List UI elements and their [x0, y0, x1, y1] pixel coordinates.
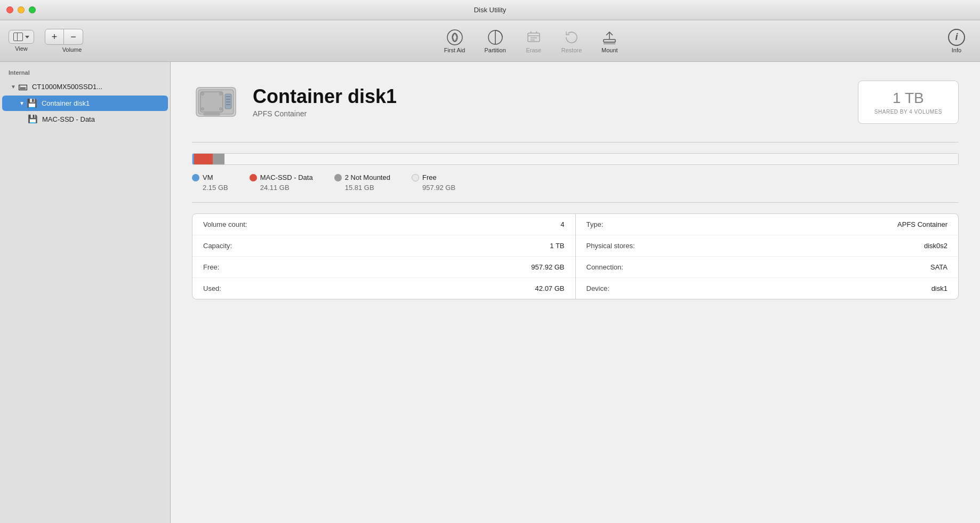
- sidebar-item-parent-disk[interactable]: ▼ 🖴 CT1000MX500SSD1...: [2, 78, 168, 95]
- title-bar: Disk Utility: [0, 0, 980, 20]
- svg-point-15: [202, 93, 204, 96]
- erase-label: Erase: [526, 47, 541, 53]
- sidebar-section-internal: Internal: [0, 67, 170, 78]
- info-row-capacity: Capacity: 1 TB: [192, 235, 575, 257]
- toolbar-actions: First Aid Partition Erase: [121, 27, 942, 56]
- svg-rect-8: [604, 39, 615, 42]
- info-key-physical-stores: Physical stores:: [587, 242, 635, 250]
- info-key-free: Free:: [203, 263, 219, 271]
- info-key-device: Device:: [587, 284, 609, 292]
- info-label: Info: [952, 47, 961, 53]
- legend-item-not-mounted: 2 Not Mounted 15.81 GB: [334, 173, 390, 192]
- view-label: View: [15, 45, 28, 52]
- legend-dot-not-mounted: [334, 174, 342, 181]
- close-button[interactable]: [6, 6, 13, 13]
- usage-segment-free: [224, 154, 958, 164]
- info-row-connection: Connection: SATA: [576, 257, 959, 278]
- svg-rect-19: [225, 94, 231, 109]
- info-key-capacity: Capacity:: [203, 242, 232, 250]
- main-area: Internal ▼ 🖴 CT1000MX500SSD1... ▼ 💾 Cont…: [0, 62, 980, 523]
- legend-name-free: Free: [422, 173, 437, 181]
- info-row-device: Device: disk1: [576, 278, 959, 299]
- legend-name-mac-data: MAC-SSD - Data: [260, 173, 313, 181]
- first-aid-label: First Aid: [444, 47, 465, 53]
- disk-name: Container disk1: [253, 86, 858, 107]
- arrow-icon: ▼: [11, 84, 16, 90]
- disk-info: Container disk1 APFS Container: [253, 86, 858, 118]
- info-col-left: Volume count: 4 Capacity: 1 TB Free: 957…: [192, 214, 575, 299]
- legend-name-vm: VM: [203, 173, 213, 181]
- arrow-icon-container: ▼: [19, 100, 25, 106]
- volume-controls: + −: [45, 29, 83, 45]
- legend-item-mac-data: MAC-SSD - Data 24.11 GB: [250, 173, 313, 192]
- divider-1: [192, 142, 959, 142]
- sidebar-item-label: CT1000MX500SSD1...: [32, 83, 102, 91]
- svg-point-18: [220, 108, 222, 110]
- usage-legend: VM 2.15 GB MAC-SSD - Data 24.11 GB: [192, 173, 959, 192]
- maximize-button[interactable]: [29, 6, 36, 13]
- sidebar-item-label-container: Container disk1: [42, 99, 90, 107]
- info-button[interactable]: i Info: [942, 27, 971, 56]
- legend-name-not-mounted: 2 Not Mounted: [345, 173, 390, 181]
- add-volume-button[interactable]: +: [45, 29, 64, 45]
- remove-volume-button[interactable]: −: [64, 29, 83, 45]
- info-icon: i: [948, 29, 965, 46]
- minimize-button[interactable]: [18, 6, 25, 13]
- disk-icon-large: [192, 78, 240, 126]
- partition-label: Partition: [484, 47, 505, 53]
- partition-button[interactable]: Partition: [475, 27, 515, 56]
- view-icon: [13, 33, 23, 41]
- info-row-free: Free: 957.92 GB: [192, 257, 575, 278]
- mount-button[interactable]: Mount: [591, 27, 628, 56]
- window-title: Disk Utility: [474, 6, 507, 14]
- legend-item-free: Free 957.92 GB: [412, 173, 455, 192]
- divider-2: [192, 202, 959, 203]
- info-key-connection: Connection:: [587, 263, 623, 271]
- info-val-used: 42.07 GB: [535, 284, 565, 292]
- usage-bar-container: VM 2.15 GB MAC-SSD - Data 24.11 GB: [192, 153, 959, 192]
- mount-label: Mount: [601, 47, 618, 53]
- usage-segment-mac-data: [194, 154, 213, 164]
- volume-icon: 💾: [28, 114, 38, 124]
- disk-subtitle: APFS Container: [253, 109, 858, 118]
- disk-header: Container disk1 APFS Container 1 TB SHAR…: [192, 78, 959, 126]
- info-val-capacity: 1 TB: [550, 242, 564, 250]
- svg-point-16: [220, 93, 222, 96]
- info-key-volume-count: Volume count:: [203, 220, 247, 228]
- info-val-free: 957.92 GB: [531, 263, 564, 271]
- restore-button[interactable]: Restore: [552, 27, 592, 56]
- disk-size-sublabel: SHARED BY 4 VOLUMES: [874, 109, 942, 115]
- container-icon: 💾: [27, 98, 37, 108]
- sidebar-item-label-mac-ssd: MAC-SSD - Data: [42, 115, 95, 123]
- legend-size-not-mounted: 15.81 GB: [334, 184, 390, 192]
- info-row-used: Used: 42.07 GB: [192, 278, 575, 299]
- volume-label: Volume: [62, 46, 82, 53]
- legend-size-vm: 2.15 GB: [192, 184, 228, 192]
- restore-label: Restore: [561, 47, 582, 53]
- sidebar-item-container-disk1[interactable]: ▼ 💾 Container disk1: [2, 96, 168, 111]
- legend-dot-mac-data: [250, 174, 257, 181]
- info-val-volume-count: 4: [560, 220, 564, 228]
- svg-point-17: [202, 108, 204, 110]
- info-table: Volume count: 4 Capacity: 1 TB Free: 957…: [192, 213, 959, 299]
- erase-button[interactable]: Erase: [516, 27, 552, 56]
- sidebar-item-mac-ssd-data[interactable]: 💾 MAC-SSD - Data: [2, 112, 168, 126]
- legend-item-vm: VM 2.15 GB: [192, 173, 228, 192]
- svg-rect-24: [204, 113, 220, 115]
- sidebar: Internal ▼ 🖴 CT1000MX500SSD1... ▼ 💾 Cont…: [0, 62, 171, 523]
- info-key-type: Type:: [587, 220, 604, 228]
- legend-dot-free: [412, 174, 419, 181]
- legend-dot-vm: [192, 174, 199, 181]
- info-row-physical-stores: Physical stores: disk0s2: [576, 235, 959, 257]
- info-val-connection: SATA: [930, 263, 947, 271]
- disk-size-box: 1 TB SHARED BY 4 VOLUMES: [858, 81, 959, 124]
- info-col-right: Type: APFS Container Physical stores: di…: [575, 214, 959, 299]
- svg-point-0: [447, 30, 462, 45]
- first-aid-button[interactable]: First Aid: [435, 27, 475, 56]
- info-val-physical-stores: disk0s2: [924, 242, 947, 250]
- chevron-down-icon: [25, 36, 29, 38]
- view-button[interactable]: [9, 30, 34, 44]
- info-key-used: Used:: [203, 284, 221, 292]
- usage-bar: [192, 153, 959, 165]
- info-val-type: APFS Container: [897, 220, 947, 228]
